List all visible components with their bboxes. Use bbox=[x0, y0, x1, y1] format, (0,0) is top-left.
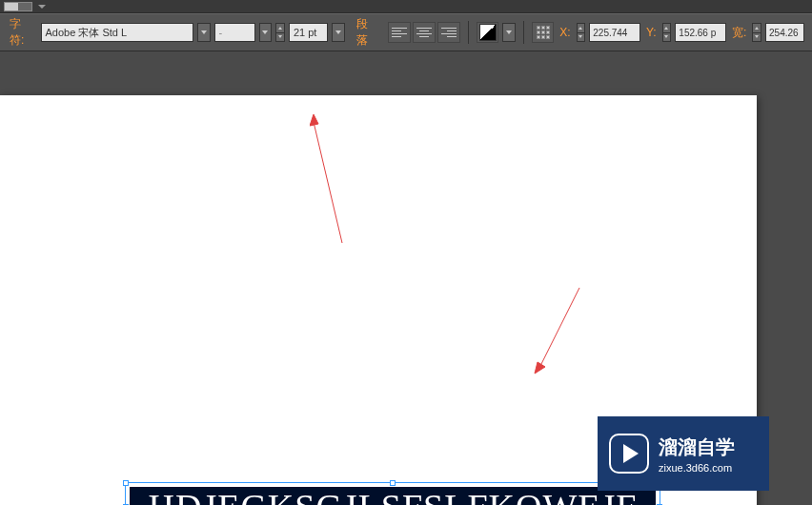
x-label: X: bbox=[558, 26, 572, 39]
dropdown-arrow-icon[interactable] bbox=[38, 5, 46, 9]
alignment-group bbox=[388, 22, 460, 43]
chevron-down-icon bbox=[201, 30, 207, 34]
font-style-select[interactable]: - bbox=[214, 23, 255, 42]
watermark-logo bbox=[609, 434, 649, 474]
spinner-up[interactable] bbox=[578, 24, 585, 33]
view-mode-icon[interactable] bbox=[4, 2, 32, 11]
font-style-value: - bbox=[219, 27, 223, 38]
chevron-down-icon bbox=[262, 30, 268, 34]
spinner-down[interactable] bbox=[753, 33, 761, 42]
spinner-up[interactable] bbox=[663, 24, 671, 33]
top-menu-bar bbox=[0, 0, 812, 13]
spinner-up[interactable] bbox=[753, 24, 761, 33]
fill-swatch-icon bbox=[479, 24, 497, 41]
y-coordinate-input[interactable]: 152.66 p bbox=[675, 23, 726, 42]
text-selection-highlight: HDJEGKSGJLSFSLFKOWEJF bbox=[130, 487, 656, 505]
font-size-spinner[interactable] bbox=[275, 23, 285, 42]
align-center-button[interactable] bbox=[413, 22, 436, 43]
y-label: Y: bbox=[644, 26, 659, 39]
watermark-title: 溜溜自学 bbox=[659, 434, 735, 460]
svg-marker-1 bbox=[310, 114, 318, 126]
swatch-dropdown-btn[interactable] bbox=[502, 23, 516, 42]
play-icon bbox=[623, 444, 639, 463]
resize-handle-tm[interactable] bbox=[390, 480, 396, 486]
width-value: 254.26 bbox=[769, 28, 799, 38]
annotation-arrow-1 bbox=[310, 114, 348, 248]
divider bbox=[468, 21, 469, 44]
font-size-dropdown-btn[interactable] bbox=[332, 23, 345, 42]
chevron-down-icon bbox=[506, 30, 512, 34]
watermark: 溜溜自学 zixue.3d66.com bbox=[598, 416, 769, 491]
y-value: 152.66 p bbox=[679, 28, 716, 38]
spinner-down[interactable] bbox=[663, 33, 671, 42]
reference-point-button[interactable] bbox=[532, 22, 554, 43]
x-value: 225.744 bbox=[593, 28, 627, 38]
width-label: 宽: bbox=[730, 25, 748, 41]
align-right-button[interactable] bbox=[437, 22, 460, 43]
character-label: 字符: bbox=[8, 16, 37, 49]
watermark-url: zixue.3d66.com bbox=[659, 462, 735, 474]
divider bbox=[523, 21, 524, 44]
watermark-text-group: 溜溜自学 zixue.3d66.com bbox=[659, 434, 735, 474]
x-coordinate-input[interactable]: 225.744 bbox=[589, 23, 640, 42]
svg-marker-3 bbox=[535, 362, 545, 374]
font-family-select[interactable]: Adobe 宋体 Std L bbox=[41, 23, 193, 42]
align-left-button[interactable] bbox=[388, 22, 411, 43]
selected-text-content: HDJEGKSGJLSFSLFKOWEJF bbox=[149, 486, 638, 505]
svg-line-0 bbox=[314, 122, 342, 243]
font-family-value: Adobe 宋体 Std L bbox=[46, 26, 128, 40]
text-toolbar: 字符: Adobe 宋体 Std L - 21 pt 段落 bbox=[0, 13, 812, 51]
annotation-arrow-2 bbox=[532, 286, 584, 376]
font-size-value: 21 pt bbox=[294, 27, 316, 38]
y-spinner[interactable] bbox=[662, 23, 672, 42]
spinner-up[interactable] bbox=[276, 24, 284, 33]
font-family-dropdown-btn[interactable] bbox=[197, 23, 211, 42]
paragraph-label: 段落 bbox=[355, 16, 380, 49]
chevron-down-icon bbox=[335, 30, 341, 34]
grid-icon bbox=[537, 26, 550, 39]
resize-handle-tl[interactable] bbox=[123, 480, 129, 486]
font-style-dropdown-btn[interactable] bbox=[259, 23, 273, 42]
svg-line-2 bbox=[539, 288, 579, 368]
width-input[interactable]: 254.26 bbox=[765, 23, 804, 42]
text-frame-selection[interactable]: HDJEGKSGJLSFSLFKOWEJF bbox=[125, 482, 660, 505]
spinner-down[interactable] bbox=[578, 33, 585, 42]
width-spinner[interactable] bbox=[752, 23, 761, 42]
font-size-select[interactable]: 21 pt bbox=[289, 23, 328, 42]
swatch-button[interactable] bbox=[477, 22, 498, 43]
spinner-down[interactable] bbox=[276, 33, 284, 42]
x-spinner[interactable] bbox=[577, 23, 586, 42]
